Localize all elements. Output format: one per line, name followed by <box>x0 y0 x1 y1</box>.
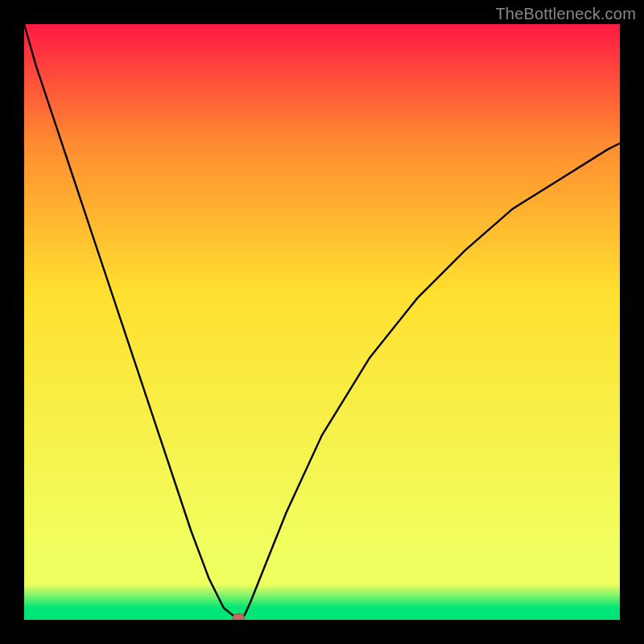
gradient-background <box>24 24 620 620</box>
attribution-label: TheBottleneck.com <box>495 5 636 23</box>
plot-area <box>24 24 620 620</box>
optimal-point-marker <box>233 614 244 620</box>
chart-frame: TheBottleneck.com <box>0 0 644 644</box>
chart-svg <box>24 24 620 620</box>
